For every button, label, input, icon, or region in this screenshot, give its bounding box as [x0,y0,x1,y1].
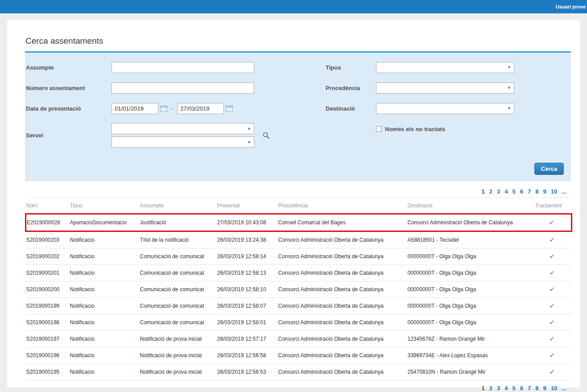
page-link[interactable]: 6 [520,188,523,195]
page-link[interactable]: 2 [489,188,492,195]
page-link[interactable]: 9 [543,188,546,195]
chevron-down-icon: ▼ [247,140,251,144]
page-link[interactable]: 3 [497,385,500,392]
page-link[interactable]: 4 [504,188,508,195]
numero-assentament-input[interactable] [112,83,254,94]
date-to-input[interactable] [177,103,224,114]
nomes-no-tractats-checkbox[interactable] [376,126,382,132]
cerca-button[interactable]: Cerca [534,163,564,175]
chevron-down-icon: ▼ [247,127,251,131]
cell-assumpte: Comunicació de comunicat [140,248,217,265]
table-row[interactable]: S2019000195 Notificacio Notificació de p… [26,364,572,380]
cell-assumpte: Títol de la notificació [140,231,217,248]
date-to-calendar-button[interactable] [226,105,233,112]
cell-tipus: Notificacio [70,265,140,281]
search-icon-button[interactable] [262,132,270,139]
data-presentacio-label: Data de presentació [26,105,112,112]
cell-procedencia: Consorci Administració Oberta de Catalun… [278,331,407,347]
page-link-ellipsis[interactable]: ... [562,385,566,392]
cell-presentat: 26/03/2019 12:58:07 [217,298,278,314]
search-icon [262,132,270,139]
cell-assumpte: Justificació [140,214,217,231]
cell-destinacio: 00000000T - Olga Olga Olga [407,314,535,331]
pagination-top: 1 2 3 4 5 6 7 8 9 10 ... [25,188,566,195]
cell-assumpte: Notificació de prova inicial [140,364,217,380]
cell-tipus: Notificacio [70,231,140,248]
check-icon[interactable]: ✔ [549,236,555,243]
page-link[interactable]: 10 [551,188,557,195]
page-link[interactable]: 3 [497,188,500,195]
check-icon[interactable]: ✔ [549,285,555,293]
date-from-input[interactable] [112,103,158,114]
table-row[interactable]: S2019000201 Notificacio Comunicació de c… [26,265,572,281]
tipus-select[interactable]: ▼ [376,62,514,73]
user-menu[interactable]: Usuari prove [556,4,586,9]
destinacio-select[interactable]: ▼ [376,103,514,114]
cell-presentat: 26/03/2019 12:57:17 [217,331,278,347]
page-link[interactable]: 9 [543,385,546,392]
cell-procedencia: Consorci Administració Oberta de Catalun… [278,265,407,281]
cell-tipus: Notificacio [70,364,140,380]
table-row[interactable]: S2019000199 Notificacio Comunicació de c… [26,298,572,314]
table-row[interactable]: S2019000198 Notificacio Comunicació de c… [26,314,572,331]
table-row[interactable]: S2019000202 Notificacio Comunicació de c… [26,248,572,265]
procedencia-select[interactable]: ▼ [376,83,514,94]
table-row[interactable]: S2019000197 Notificacio Notificació de p… [26,331,572,347]
table-row[interactable]: S2019000203 Notificacio Títol de la noti… [26,231,572,248]
cell-num: S2019000200 [26,281,70,298]
cell-assumpte: Notificació de prova inicial [140,331,217,347]
cell-assumpte: Comunicació de comunicat [140,281,217,298]
servei-select-1[interactable]: ▼ [112,123,254,134]
page-link[interactable]: 5 [513,188,516,195]
page-link-ellipsis[interactable]: ... [562,188,566,195]
date-from-calendar-button[interactable] [160,105,167,112]
cell-presentat: 26/03/2019 13:24:38 [217,231,278,248]
page-link[interactable]: 6 [520,385,523,392]
date-range-separator: - [172,105,174,112]
check-icon[interactable]: ✔ [549,318,555,326]
cell-tipus: AportacioDocumentacio [70,214,140,231]
page-link[interactable]: 10 [551,385,557,392]
cell-procedencia: Consell Comarcal del Bages [278,214,407,231]
page-link[interactable]: 1 [482,188,485,195]
cell-destinacio: Consorci Administració Oberta de Catalun… [407,214,535,231]
page-link[interactable]: 8 [535,385,538,392]
cell-num: S2019000198 [26,314,70,331]
column-header-assumpte: Assumpte [140,198,217,214]
page-link[interactable]: 8 [535,188,538,195]
page-link[interactable]: 2 [489,385,492,392]
cell-tipus: Notificacio [70,281,140,298]
servei-select-2[interactable]: ▼ [112,136,254,148]
servei-row: Servei ▼ ▼ [26,123,326,148]
cell-destinacio: 00000000T - Olga Olga Olga [407,248,535,265]
check-icon[interactable]: ✔ [549,368,555,375]
search-form: Assumpte Número assentament Data de pres… [25,51,571,181]
calendar-icon [226,105,233,112]
page-link[interactable]: 7 [528,385,531,392]
cell-num: S2019000195 [26,364,70,380]
page-link[interactable]: 1 [482,385,485,392]
check-icon[interactable]: ✔ [549,269,555,276]
table-row[interactable]: S2019000200 Notificacio Comunicació de c… [26,281,572,298]
check-icon[interactable]: ✔ [549,302,555,309]
chevron-down-icon: ▼ [507,106,511,111]
destinacio-row: Destinació ▼ [326,103,571,114]
table-row-selected[interactable]: E2019000028 AportacioDocumentacio Justif… [26,214,572,231]
column-header-tipus: Tipus [70,198,140,214]
column-header-procedencia: Procedència [278,198,407,214]
page-link[interactable]: 4 [504,385,508,392]
cell-assumpte: Notificació de prova inicial [140,347,217,364]
cell-num: S2019000203 [26,231,70,248]
cell-destinacio: 12345678Z - Ramon Grangé Mir [407,331,535,347]
cell-procedencia: Consorci Administració Oberta de Catalun… [278,364,407,380]
page-link[interactable]: 5 [513,385,516,392]
cell-destinacio: 33969734E - Alex Lopez Espasas [407,347,535,364]
assumpte-input[interactable] [112,62,254,73]
table-row[interactable]: S2019000196 Notificacio Notificació de p… [26,347,572,364]
check-icon[interactable]: ✔ [549,335,555,342]
check-icon[interactable]: ✔ [549,219,554,226]
page-link[interactable]: 7 [528,188,531,195]
check-icon[interactable]: ✔ [549,252,555,260]
check-icon[interactable]: ✔ [549,351,555,359]
cell-presentat: 26/03/2019 12:58:10 [217,281,278,298]
